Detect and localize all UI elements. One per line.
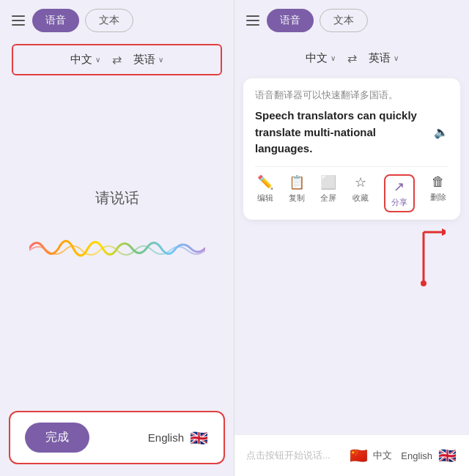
- right-panel: 语音 文本 中文 ∨ ⇄ 英语 ∨ 语音翻译器可以快速翻译多国语。 Speech…: [234, 0, 469, 476]
- hint-text: 点击按钮开始说话...: [246, 449, 330, 462]
- chevron-from-left: ∨: [95, 56, 100, 64]
- tab-voice-left[interactable]: 语音: [32, 9, 79, 32]
- edit-label: 编辑: [257, 193, 273, 204]
- chinese-label-right: 中文: [373, 449, 392, 462]
- tab-voice-right[interactable]: 语音: [267, 9, 314, 32]
- edit-icon: ✏️: [257, 174, 273, 190]
- speak-prompt: 请说话: [95, 188, 139, 208]
- tab-group-right: 语音 文本: [267, 9, 368, 32]
- translation-card: 语音翻译器可以快速翻译多国语。 Speech translators can q…: [243, 78, 460, 220]
- wave-visualization: [29, 230, 205, 267]
- lang-english-right[interactable]: English 🇬🇧: [401, 445, 457, 466]
- left-main-content: 请说话: [0, 78, 234, 405]
- tab-text-right[interactable]: 文本: [320, 9, 368, 32]
- action-copy[interactable]: 📋 复制: [289, 174, 305, 212]
- lang-bar-left: 中文 ∨ ⇄ 英语 ∨: [12, 44, 222, 75]
- english-label-left: English: [148, 431, 184, 444]
- lang-to-right[interactable]: 英语 ∨: [369, 51, 399, 65]
- star-icon: ☆: [355, 174, 366, 190]
- speaker-icon[interactable]: 🔈: [434, 125, 448, 139]
- tab-group-left: 语音 文本: [32, 9, 133, 32]
- lang-to-label-right: 英语: [369, 51, 391, 65]
- left-panel: 语音 文本 中文 ∨ ⇄ 英语 ∨ 请说话: [0, 0, 234, 476]
- action-share[interactable]: ↗ 分享: [384, 174, 415, 212]
- swap-icon-right[interactable]: ⇄: [347, 51, 357, 65]
- lang-bar-right: 中文 ∨ ⇄ 英语 ∨: [246, 44, 457, 72]
- chevron-to-left: ∨: [158, 56, 163, 64]
- hamburger-menu-left[interactable]: [12, 15, 25, 26]
- copy-label: 复制: [289, 193, 305, 204]
- copy-icon: 📋: [289, 174, 305, 190]
- china-flag: 🇨🇳: [348, 445, 369, 466]
- lang-from-label-right: 中文: [306, 51, 328, 65]
- action-star[interactable]: ☆ 收藏: [352, 174, 369, 212]
- action-delete[interactable]: 🗑 删除: [430, 174, 446, 212]
- bottom-bar-right: 点击按钮开始说话... 🇨🇳 中文 English 🇬🇧: [234, 434, 469, 476]
- right-main-content: 语音翻译器可以快速翻译多国语。 Speech translators can q…: [234, 75, 469, 434]
- lang-from-label-left: 中文: [70, 53, 92, 67]
- left-top-bar: 语音 文本: [0, 0, 234, 41]
- lang-from-right[interactable]: 中文 ∨: [306, 51, 336, 65]
- lang-chinese-right[interactable]: 🇨🇳 中文: [348, 445, 392, 466]
- uk-flag-left: 🇬🇧: [188, 428, 209, 448]
- fullscreen-label: 全屏: [320, 193, 336, 204]
- hamburger-menu-right[interactable]: [246, 15, 259, 26]
- chevron-from-right: ∨: [330, 54, 336, 62]
- uk-flag-right: 🇬🇧: [437, 445, 457, 466]
- lang-to-left[interactable]: 英语 ∨: [133, 53, 163, 67]
- share-icon: ↗: [394, 179, 405, 195]
- red-arrow-svg: [402, 221, 446, 287]
- delete-icon: 🗑: [432, 174, 445, 190]
- card-actions: ✏️ 编辑 📋 复制 ⬜ 全屏 ☆ 收藏 ↗ 分享: [255, 166, 448, 212]
- translated-row: Speech translators can quickly translate…: [255, 108, 448, 157]
- translated-text: Speech translators can quickly translate…: [255, 108, 434, 157]
- star-label: 收藏: [352, 193, 369, 204]
- lang-to-label-left: 英语: [133, 53, 155, 67]
- svg-marker-2: [442, 228, 446, 236]
- swap-icon-left[interactable]: ⇄: [112, 53, 122, 67]
- bottom-bar-left: 完成 English 🇬🇧: [9, 411, 225, 464]
- svg-point-3: [421, 280, 426, 286]
- english-label-right: English: [401, 450, 432, 461]
- delete-label: 删除: [430, 192, 446, 203]
- tab-text-left[interactable]: 文本: [85, 9, 133, 32]
- lang-english-left: English 🇬🇧: [148, 428, 209, 448]
- action-edit[interactable]: ✏️ 编辑: [257, 174, 273, 212]
- fullscreen-icon: ⬜: [320, 174, 336, 190]
- action-fullscreen[interactable]: ⬜ 全屏: [320, 174, 336, 212]
- share-label: 分享: [391, 197, 407, 208]
- original-text: 语音翻译器可以快速翻译多国语。: [255, 89, 448, 102]
- lang-from-left[interactable]: 中文 ∨: [70, 53, 100, 67]
- done-button[interactable]: 完成: [25, 423, 89, 453]
- red-arrow-container: [243, 221, 460, 287]
- right-top-bar: 语音 文本: [234, 0, 469, 41]
- chevron-to-right: ∨: [394, 54, 399, 62]
